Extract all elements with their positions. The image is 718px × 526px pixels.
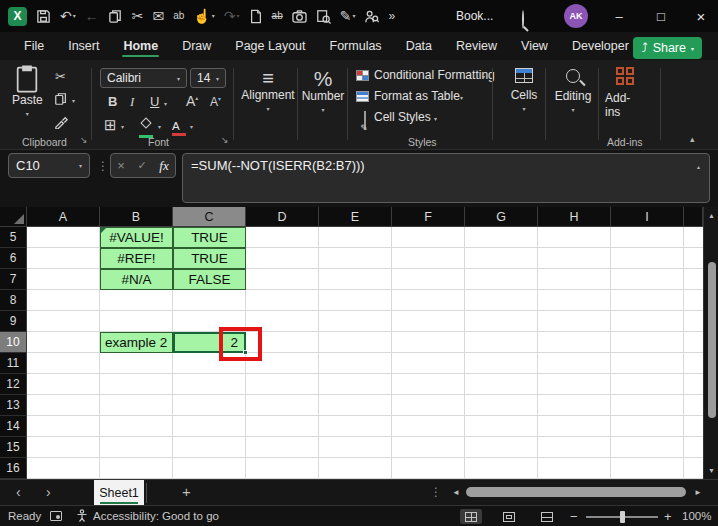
borders-chevron-icon[interactable]: ▾ [121, 123, 124, 130]
underline-chevron-icon[interactable]: ▾ [164, 100, 167, 107]
font-family-select[interactable]: Calibri ▾ [100, 68, 187, 88]
underline-button[interactable]: U [150, 95, 159, 108]
format-as-table-button[interactable]: Format as Table [374, 89, 460, 103]
row-header-5[interactable]: 5 [0, 227, 27, 248]
zoom-slider-thumb[interactable] [620, 511, 625, 523]
tab-data[interactable]: Data [394, 32, 444, 60]
cell-c6[interactable]: TRUE [173, 248, 246, 269]
cell-styles-button[interactable]: Cell Styles [374, 110, 431, 124]
copy-icon[interactable] [108, 9, 123, 24]
conditional-formatting-button[interactable]: Conditional Formatting [374, 68, 495, 82]
sheet-tab-sheet1[interactable]: Sheet1 [94, 480, 144, 506]
scroll-up-icon[interactable]: ▲ [708, 212, 715, 219]
tab-formulas[interactable]: Formulas [318, 32, 394, 60]
avatar[interactable]: AK [564, 4, 588, 28]
font-color-chevron-icon[interactable]: ▾ [190, 123, 193, 130]
scrollbar-splitter[interactable]: ⋮ [430, 485, 442, 499]
row-header-16[interactable]: 16 [0, 458, 27, 479]
scroll-left-icon[interactable]: ◄ [452, 488, 460, 497]
cell-b7[interactable]: #N/A [100, 269, 173, 290]
bold-button[interactable]: B [108, 95, 117, 108]
cut-button[interactable]: ✂ [55, 70, 66, 83]
row-header-14[interactable]: 14 [0, 416, 27, 437]
cells-button[interactable]: Cells ▾ [504, 68, 544, 112]
new-sheet-button[interactable]: + [182, 483, 191, 500]
row-header-10[interactable]: 10 [0, 332, 27, 353]
undo-glyph[interactable]: ↶ [60, 9, 72, 23]
column-header-e[interactable]: E [319, 207, 392, 227]
sheet-lookup-icon[interactable] [316, 9, 331, 24]
translate-icon[interactable]: ab [173, 11, 184, 21]
close-button[interactable]: × [684, 0, 718, 32]
zoom-level[interactable]: 100% [682, 510, 711, 522]
cell-c5[interactable]: TRUE [173, 227, 246, 248]
minimize-button[interactable]: – [602, 0, 636, 32]
strikethrough-icon[interactable]: ab [272, 11, 283, 21]
cell-b5[interactable]: #VALUE! [100, 227, 173, 248]
touch-glyph[interactable]: ☝ [193, 9, 210, 23]
cell-b6[interactable]: #REF! [100, 248, 173, 269]
excel-logo-icon[interactable]: X [8, 7, 27, 26]
person-search-icon[interactable] [364, 9, 379, 24]
undo-chevron-icon[interactable]: ▾ [73, 13, 76, 19]
maximize-button[interactable]: □ [644, 0, 678, 32]
tab-insert[interactable]: Insert [56, 32, 111, 60]
search-icon[interactable] [522, 10, 524, 29]
document-title[interactable]: Book... [456, 9, 493, 23]
collapse-ribbon-icon[interactable]: ▴ [690, 134, 695, 144]
formula-bar-splitter[interactable]: ⋮ [97, 159, 109, 173]
page-layout-view-button[interactable] [498, 509, 520, 524]
vertical-scrollbar[interactable]: ▲ ▼ [703, 207, 718, 479]
select-all-button[interactable] [0, 207, 27, 227]
paste-button[interactable]: Paste ▾ [12, 65, 43, 117]
tab-draw[interactable]: Draw [170, 32, 223, 60]
decrease-font-button[interactable]: A▾ [210, 96, 221, 108]
more-commands-icon[interactable]: » [388, 10, 395, 22]
scroll-right-icon[interactable]: ► [694, 488, 702, 497]
tab-view[interactable]: View [509, 32, 560, 60]
touch-chevron-icon[interactable]: ▾ [212, 13, 215, 19]
editing-button[interactable]: Editing ▾ [551, 69, 595, 113]
draft-icon[interactable]: ✎▾ [340, 9, 356, 23]
tab-home[interactable]: Home [111, 32, 170, 60]
row-header-7[interactable]: 7 [0, 269, 27, 290]
vertical-scroll-thumb[interactable] [708, 262, 716, 418]
font-dialog-launcher-icon[interactable]: ↘ [221, 135, 229, 145]
tab-developer[interactable]: Developer [560, 32, 641, 60]
copy-chevron-icon[interactable]: ▾ [72, 97, 75, 104]
number-button[interactable]: % Number ▾ [300, 68, 346, 113]
alignment-button[interactable]: ≡ Alignment ▾ [240, 68, 296, 112]
accessibility-status[interactable]: Accessibility: Good to go [93, 510, 219, 522]
row-header-13[interactable]: 13 [0, 395, 27, 416]
format-painter-button[interactable] [54, 114, 69, 133]
zoom-out-button[interactable]: − [570, 509, 578, 524]
tab-page-layout[interactable]: Page Layout [223, 32, 317, 60]
cell-styles-chevron-icon[interactable]: ▾ [434, 115, 437, 122]
status-mode[interactable]: Ready [8, 510, 41, 522]
column-header-c[interactable]: C [173, 207, 246, 227]
touch-mode-icon[interactable]: ☝▾ [193, 9, 214, 23]
scroll-down-icon[interactable]: ▼ [708, 467, 715, 474]
cut-icon[interactable]: ✂ [132, 9, 144, 23]
increase-font-button[interactable]: A▴ [186, 94, 198, 108]
row-header-15[interactable]: 15 [0, 437, 27, 458]
column-header-b[interactable]: B [100, 207, 173, 227]
email-icon[interactable]: ✉ [152, 9, 164, 23]
column-header-i[interactable]: I [611, 207, 684, 227]
share-button[interactable]: ⤴ Share ▾ [633, 37, 702, 59]
prev-sheet-icon[interactable]: ‹ [16, 484, 21, 500]
formula-bar-collapse-icon[interactable]: ▴ [697, 163, 700, 170]
addins-button[interactable]: Add-ins [605, 67, 645, 119]
font-color-button[interactable]: A [172, 116, 180, 133]
column-header-a[interactable]: A [27, 207, 100, 227]
copy-button[interactable] [54, 92, 68, 110]
row-header-11[interactable]: 11 [0, 353, 27, 374]
page-break-view-button[interactable] [536, 509, 558, 524]
row-header-8[interactable]: 8 [0, 290, 27, 311]
camera-icon[interactable] [292, 9, 307, 23]
row-header-6[interactable]: 6 [0, 248, 27, 269]
macro-record-icon[interactable] [50, 511, 62, 521]
save-icon[interactable] [36, 9, 51, 24]
normal-view-button[interactable] [460, 509, 482, 524]
column-header-g[interactable]: G [465, 207, 538, 227]
